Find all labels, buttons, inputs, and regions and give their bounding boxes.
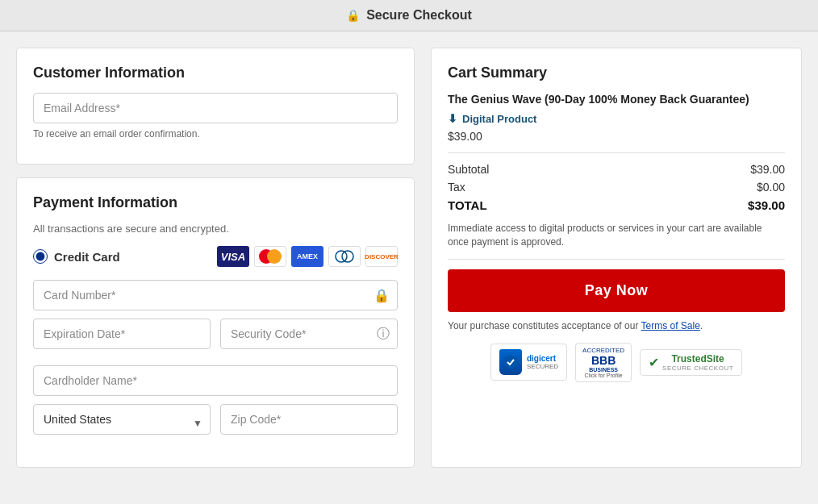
total-value: $39.00: [748, 198, 785, 212]
cart-summary-panel: Cart Summary The Genius Wave (90-Day 100…: [431, 48, 802, 468]
discover-icon: DISCOVER: [365, 246, 398, 267]
trusted-inner: ✔ TrustedSite SECURE CHECKOUT: [649, 353, 733, 372]
mastercard-icon: [254, 246, 286, 267]
digicert-shield-icon: [499, 349, 522, 375]
security-code-input[interactable]: [220, 319, 398, 349]
digicert-svg: [504, 355, 517, 369]
total-row: TOTAL $39.00: [448, 198, 785, 212]
cardholder-group: [33, 365, 398, 396]
cart-title: Cart Summary: [448, 65, 785, 81]
product-name: The Genius Wave (90-Day 100% Money Back …: [448, 93, 785, 106]
lock-icon: 🔒: [346, 9, 360, 22]
digicert-secured-label: digicert: [527, 354, 558, 363]
card-icons: VISA AMEX: [217, 246, 398, 267]
security-code-group: ⓘ: [220, 319, 398, 349]
bbb-business-label: BUSINESS: [589, 367, 618, 373]
cardholder-name-input[interactable]: [33, 365, 398, 396]
email-input[interactable]: [33, 93, 398, 123]
terms-of-sale-link[interactable]: Terms of Sale: [641, 320, 700, 331]
svg-point-0: [336, 251, 347, 262]
diners-icon: [328, 246, 361, 267]
expiration-input[interactable]: [33, 319, 211, 349]
digital-product-badge: ⬇ Digital Product: [448, 112, 785, 125]
customer-info-title: Customer Information: [33, 65, 398, 81]
visa-icon: VISA: [217, 246, 249, 267]
header-title: Secure Checkout: [366, 8, 472, 23]
digital-product-label: Digital Product: [462, 113, 536, 125]
payment-info-card: Payment Information All transactions are…: [16, 177, 415, 468]
email-helper-text: To receive an email order confirmation.: [33, 128, 398, 140]
download-icon: ⬇: [448, 112, 457, 125]
payment-subtitle: All transactions are secure and encrypte…: [33, 223, 398, 235]
left-panel: Customer Information To receive an email…: [16, 48, 415, 468]
tax-row: Tax $0.00: [448, 181, 785, 194]
amex-icon: AMEX: [291, 246, 323, 267]
main-wrapper: Customer Information To receive an email…: [0, 31, 818, 484]
security-info-icon[interactable]: ⓘ: [377, 326, 390, 343]
pay-now-button[interactable]: Pay Now: [448, 269, 785, 312]
trust-badges: digicert SECURED ACCREDITED BBB BUSINESS…: [448, 343, 785, 382]
diners-svg: [335, 249, 354, 264]
subtotal-value: $39.00: [750, 163, 785, 176]
total-label: TOTAL: [448, 198, 487, 212]
divider-1: [448, 152, 785, 153]
customer-info-card: Customer Information To receive an email…: [16, 48, 415, 165]
credit-card-text: Credit Card: [54, 250, 120, 264]
exp-security-row: ⓘ: [33, 319, 398, 357]
subtotal-row: Subtotal $39.00: [448, 163, 785, 176]
card-number-group: 🔒: [33, 280, 398, 310]
bbb-accredited-label: ACCREDITED: [582, 347, 624, 354]
terms-text: Your purchase constitutes acceptance of …: [448, 320, 785, 331]
subtotal-label: Subtotal: [448, 163, 489, 176]
zip-code-input[interactable]: [220, 404, 398, 435]
discover-text: DISCOVER: [365, 253, 399, 260]
digicert-badge: digicert SECURED: [490, 344, 567, 381]
payment-info-title: Payment Information: [33, 194, 398, 211]
bbb-click-label: Click for Profile: [585, 373, 623, 378]
divider-2: [448, 259, 785, 260]
digicert-sub: SECURED: [527, 363, 558, 370]
card-lock-icon: 🔒: [374, 288, 390, 303]
svg-point-1: [342, 251, 353, 262]
bbb-logo: ACCREDITED BBB BUSINESS Click for Profil…: [582, 347, 624, 378]
trusted-checkmark-icon: ✔: [649, 355, 659, 370]
trusted-sub: SECURE CHECKOUT: [662, 364, 733, 372]
digicert-text: digicert SECURED: [527, 354, 558, 370]
card-number-input[interactable]: [33, 280, 398, 310]
trustedsite-badge: ✔ TrustedSite SECURE CHECKOUT: [640, 349, 742, 376]
bbb-letters: BBB: [591, 354, 616, 367]
bbb-badge: ACCREDITED BBB BUSINESS Click for Profil…: [575, 343, 632, 382]
terms-suffix: .: [700, 320, 703, 331]
country-wrapper: United States Canada United Kingdom ▼: [33, 404, 211, 443]
mc-orange-circle: [267, 249, 282, 264]
credit-card-radio[interactable]: [33, 249, 48, 264]
email-group: To receive an email order confirmation.: [33, 93, 398, 140]
access-text: Immediate access to digital products or …: [448, 222, 785, 249]
expiration-group: [33, 319, 211, 349]
product-price: $39.00: [448, 130, 785, 143]
trusted-title: TrustedSite: [662, 353, 733, 364]
country-zip-row: United States Canada United Kingdom ▼: [33, 404, 398, 443]
tax-value: $0.00: [757, 181, 785, 194]
trusted-text-block: TrustedSite SECURE CHECKOUT: [662, 353, 733, 372]
header: 🔒 Secure Checkout: [0, 0, 818, 31]
zip-group: [220, 404, 398, 435]
country-select[interactable]: United States Canada United Kingdom: [33, 404, 211, 435]
payment-method-row: Credit Card VISA AMEX: [33, 246, 398, 267]
tax-label: Tax: [448, 181, 465, 194]
credit-card-label[interactable]: Credit Card: [33, 249, 120, 264]
terms-prefix: Your purchase constitutes acceptance of …: [448, 320, 641, 331]
